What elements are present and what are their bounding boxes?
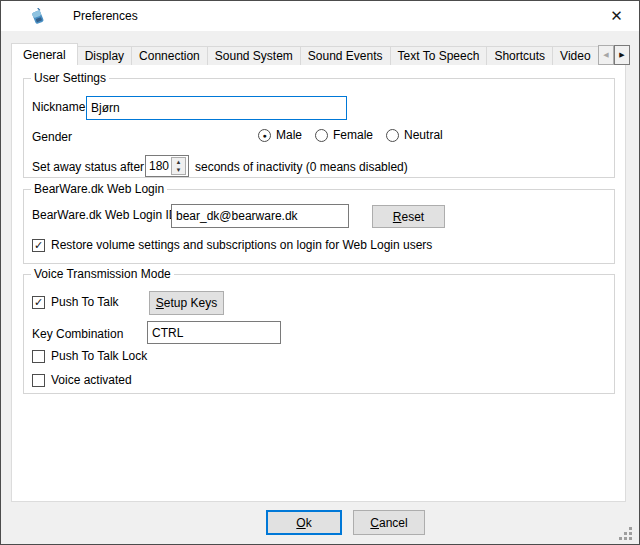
- tab-connection[interactable]: Connection: [131, 46, 208, 65]
- checkbox-label: Restore volume settings and subscription…: [51, 238, 432, 252]
- cancel-button[interactable]: Cancel: [353, 510, 425, 535]
- away-seconds-spinner: ▲ ▼: [145, 155, 189, 177]
- web-login-id-label: BearWare.dk Web Login ID: [32, 208, 177, 223]
- window-title: Preferences: [73, 1, 138, 31]
- group-title: BearWare.dk Web Login: [31, 182, 167, 196]
- away-status-suffix-label: seconds of inactivity (0 means disabled): [195, 160, 408, 175]
- away-seconds-input[interactable]: [146, 156, 171, 176]
- key-combination-input[interactable]: [147, 321, 281, 344]
- checkbox-label: Push To Talk: [51, 295, 119, 309]
- checkbox-push-to-talk[interactable]: ✓ Push To Talk: [32, 295, 119, 309]
- checkbox-voice-activated[interactable]: Voice activated: [32, 373, 132, 387]
- radio-neutral[interactable]: Neutral: [386, 128, 443, 142]
- checkbox-restore-volume[interactable]: ✓ Restore volume settings and subscripti…: [32, 238, 432, 252]
- group-title: User Settings: [31, 71, 109, 85]
- radio-icon: [315, 129, 328, 142]
- checkbox-unchecked-icon: [32, 374, 45, 387]
- group-voice-transmission: Voice Transmission Mode ✓ Push To Talk S…: [23, 274, 615, 394]
- close-icon[interactable]: ✕: [594, 1, 639, 31]
- web-login-id-input[interactable]: [171, 204, 349, 228]
- tab-sound-system[interactable]: Sound System: [207, 46, 301, 65]
- radio-label: Male: [276, 128, 302, 142]
- radio-label: Female: [333, 128, 373, 142]
- spin-up-icon[interactable]: ▲: [172, 158, 185, 166]
- radio-icon: [386, 129, 399, 142]
- preferences-dialog: Preferences ✕ General Display Connection…: [0, 0, 640, 545]
- tab-scroll-left-icon[interactable]: ◀: [598, 45, 614, 65]
- group-user-settings: User Settings Nickname Gender ● Male Fem…: [23, 78, 615, 178]
- resize-grip[interactable]: [619, 537, 622, 540]
- tab-display[interactable]: Display: [77, 46, 132, 65]
- setup-keys-button[interactable]: Setup Keys: [149, 291, 224, 315]
- tab-bar: General Display Connection Sound System …: [11, 43, 598, 65]
- titlebar[interactable]: Preferences ✕: [1, 1, 639, 31]
- radio-icon: ●: [258, 129, 271, 142]
- checkbox-checked-icon: ✓: [32, 296, 45, 309]
- ok-button[interactable]: Ok: [266, 510, 342, 535]
- tab-general[interactable]: General: [11, 43, 78, 65]
- away-status-label: Set away status after: [32, 160, 144, 175]
- tab-sound-events[interactable]: Sound Events: [300, 46, 391, 65]
- radio-label: Neutral: [404, 128, 443, 142]
- reset-button[interactable]: Reset: [372, 205, 445, 228]
- checkbox-push-to-talk-lock[interactable]: Push To Talk Lock: [32, 349, 147, 363]
- group-web-login: BearWare.dk Web Login BearWare.dk Web Lo…: [23, 189, 615, 264]
- tab-text-to-speech[interactable]: Text To Speech: [390, 46, 488, 65]
- radio-male[interactable]: ● Male: [258, 128, 302, 142]
- checkbox-unchecked-icon: [32, 350, 45, 363]
- gender-label: Gender: [32, 130, 72, 145]
- nickname-label: Nickname: [32, 100, 85, 115]
- tab-scroll-right-icon[interactable]: ▶: [614, 45, 630, 65]
- app-icon: [29, 8, 46, 25]
- checkbox-label: Push To Talk Lock: [51, 349, 147, 363]
- gender-radio-group: ● Male Female Neutral: [258, 128, 443, 142]
- spin-down-icon[interactable]: ▼: [172, 166, 185, 174]
- spinner-buttons: ▲ ▼: [171, 157, 186, 175]
- checkbox-label: Voice activated: [51, 373, 132, 387]
- radio-female[interactable]: Female: [315, 128, 373, 142]
- tab-video[interactable]: Video: [552, 46, 598, 65]
- group-title: Voice Transmission Mode: [31, 267, 174, 281]
- key-combination-label: Key Combination: [32, 327, 123, 342]
- checkbox-checked-icon: ✓: [32, 239, 45, 252]
- nickname-input[interactable]: [86, 96, 347, 120]
- tab-shortcuts[interactable]: Shortcuts: [486, 46, 553, 65]
